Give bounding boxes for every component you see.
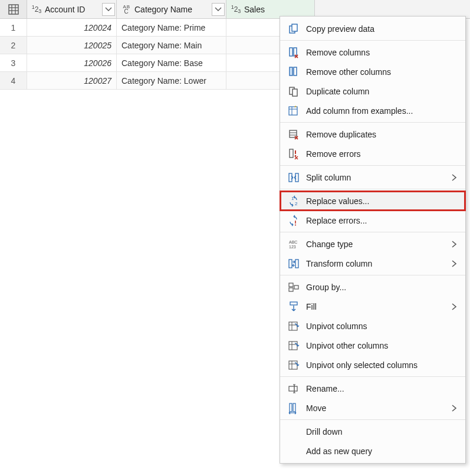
- menu-item-unpivot-columns[interactable]: Unpivot columns: [280, 316, 465, 336]
- replace-values-icon: 12: [288, 195, 300, 207]
- remove-dupes-icon-slot: [286, 128, 301, 141]
- menu-item-fill[interactable]: Fill: [280, 297, 465, 316]
- column-context-menu: Copy preview dataRemove columnsRemove ot…: [280, 16, 466, 464]
- menu-item-label: Replace values...: [306, 196, 458, 206]
- menu-item-unpivot-selected[interactable]: Unpivot only selected columns: [280, 355, 465, 375]
- svg-rect-33: [290, 302, 297, 305]
- svg-rect-48: [293, 403, 295, 412]
- cell-account-id[interactable]: 120024: [27, 19, 117, 37]
- menu-item-label: Fill: [306, 302, 450, 311]
- replace-errors-icon-slot: [286, 214, 301, 227]
- menu-separator: [280, 189, 465, 189]
- menu-item-remove-other[interactable]: Remove other columns: [280, 62, 465, 81]
- menu-item-replace-errors[interactable]: Replace errors...: [280, 211, 465, 230]
- menu-item-label: Add as new query: [306, 447, 458, 456]
- split-column-icon: [288, 172, 300, 183]
- column-header-account-id[interactable]: 123 Account ID: [27, 0, 117, 18]
- menu-item-duplicate-column[interactable]: Duplicate column: [280, 81, 465, 101]
- group-by-icon-slot: [286, 281, 301, 294]
- copy-icon: [288, 23, 300, 35]
- move-icon-slot: [286, 402, 301, 415]
- remove-errors-icon: [288, 148, 300, 160]
- row-number-cell[interactable]: 2: [0, 37, 27, 54]
- menu-item-remove-columns[interactable]: Remove columns: [280, 42, 465, 62]
- column-title: Category Name: [134, 5, 209, 14]
- menu-item-move[interactable]: Move: [280, 398, 465, 418]
- remove-columns-icon: [288, 47, 300, 58]
- svg-text:2: 2: [295, 201, 298, 206]
- change-type-icon: ABC123: [288, 238, 300, 250]
- cell-account-id[interactable]: 120026: [27, 54, 117, 72]
- menu-item-label: Split column: [306, 173, 450, 182]
- svg-rect-37: [289, 342, 297, 350]
- cell-category-name[interactable]: Category Name: Main: [117, 37, 226, 54]
- fill-icon: [288, 301, 300, 313]
- svg-rect-47: [290, 403, 292, 412]
- menu-item-add-from-examples[interactable]: Add column from examples...: [280, 101, 465, 120]
- menu-separator: [280, 376, 465, 377]
- column-header-category-name[interactable]: A BC Category Name: [117, 0, 226, 18]
- cell-category-name[interactable]: Category Name: Prime: [117, 19, 226, 37]
- column-title: Sales: [244, 5, 313, 14]
- cell-account-id[interactable]: 120025: [27, 37, 117, 54]
- menu-item-remove-dupes[interactable]: Remove duplicates: [280, 124, 465, 144]
- menu-item-label: Unpivot only selected columns: [306, 360, 458, 370]
- remove-columns-icon-slot: [286, 46, 301, 59]
- chevron-right-icon: [450, 303, 458, 310]
- row-number-cell[interactable]: 4: [0, 72, 27, 90]
- menu-item-label: Copy preview data: [306, 24, 458, 34]
- menu-item-unpivot-other[interactable]: Unpivot other columns: [280, 336, 465, 355]
- chevron-right-icon: [450, 241, 458, 248]
- split-column-icon-slot: [286, 171, 301, 184]
- menu-item-drill-down[interactable]: Drill down: [280, 422, 465, 441]
- cell-account-id[interactable]: 120027: [27, 72, 117, 90]
- svg-rect-21: [289, 173, 292, 182]
- menu-item-label: Remove errors: [306, 149, 458, 159]
- menu-item-label: Drill down: [306, 427, 458, 436]
- table-corner-cell[interactable]: [0, 0, 27, 18]
- menu-item-group-by[interactable]: Group by...: [280, 277, 465, 297]
- remove-duplicates-icon: [288, 129, 300, 140]
- menu-item-rename[interactable]: Rename...: [280, 379, 465, 398]
- menu-item-label: Transform column: [306, 259, 450, 268]
- menu-item-label: Unpivot other columns: [306, 341, 458, 350]
- filter-dropdown-button[interactable]: [212, 3, 225, 16]
- add-column-examples-icon: [288, 105, 300, 117]
- unpivot-other-icon-slot: [286, 339, 301, 352]
- add-from-examples-icon-slot: [286, 104, 301, 117]
- filter-dropdown-button[interactable]: [102, 3, 115, 16]
- svg-rect-30: [289, 283, 293, 287]
- row-number-cell[interactable]: 1: [0, 19, 27, 37]
- menu-item-split-column[interactable]: Split column: [280, 168, 465, 187]
- svg-rect-22: [295, 173, 298, 182]
- text-type-icon: A BC: [120, 4, 132, 15]
- row-number-cell[interactable]: 3: [0, 54, 27, 72]
- svg-rect-34: [289, 322, 297, 330]
- svg-rect-32: [294, 285, 298, 289]
- replace-values-icon-slot: 12: [286, 195, 301, 208]
- menu-item-label: Change type: [306, 239, 450, 249]
- menu-item-add-new-query[interactable]: Add as new query: [280, 441, 465, 461]
- menu-separator: [280, 165, 465, 166]
- unpivot-selected-icon-slot: [286, 359, 301, 372]
- remove-other-icon-slot: [286, 65, 301, 78]
- menu-item-replace-values[interactable]: 12Replace values...: [280, 191, 465, 211]
- cell-category-name[interactable]: Category Name: Base: [117, 54, 226, 72]
- menu-item-change-type[interactable]: ABC123Change type: [280, 234, 465, 254]
- number-type-icon: 123: [31, 4, 42, 15]
- svg-rect-40: [289, 361, 297, 369]
- svg-point-25: [295, 224, 296, 225]
- cell-category-name[interactable]: Category Name: Lower: [117, 72, 226, 90]
- table-icon: [8, 4, 19, 15]
- menu-item-remove-errors[interactable]: Remove errors: [280, 144, 465, 163]
- svg-rect-13: [289, 107, 297, 115]
- menu-item-label: Duplicate column: [306, 87, 458, 96]
- unpivot-icon: [288, 359, 300, 371]
- menu-item-label: Replace errors...: [306, 216, 458, 225]
- svg-rect-12: [292, 89, 297, 96]
- transform-column-icon: [288, 258, 300, 270]
- svg-rect-19: [290, 149, 293, 157]
- menu-item-copy-preview[interactable]: Copy preview data: [280, 19, 465, 38]
- menu-item-transform-column[interactable]: Transform column: [280, 254, 465, 273]
- remove-other-columns-icon: [288, 66, 300, 78]
